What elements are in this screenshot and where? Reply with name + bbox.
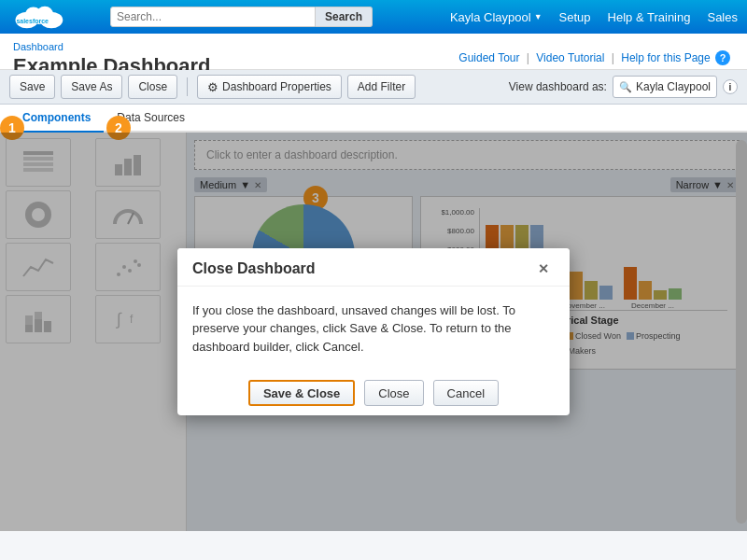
user-menu[interactable]: Kayla Claypool ▼	[450, 10, 543, 24]
help-icon[interactable]: ?	[715, 50, 730, 65]
view-as-value: Kayla Claypool	[636, 80, 711, 93]
save-button[interactable]: Save	[9, 75, 55, 99]
add-filter-button[interactable]: Add Filter	[347, 75, 416, 99]
view-as-section: View dashboard as: 🔍 Kayla Claypool i	[509, 76, 738, 98]
dashboard-properties-button[interactable]: ⚙ Dashboard Properties	[197, 75, 342, 99]
close-dashboard-modal: Close Dashboard ✕ If you close the dashb…	[177, 248, 570, 416]
chevron-down-icon: ▼	[534, 12, 543, 21]
save-as-button[interactable]: Save As	[61, 75, 122, 99]
svg-text:salesforce: salesforce	[16, 18, 49, 24]
modal-header: Close Dashboard ✕	[177, 248, 570, 287]
top-navigation: salesforce Search Kayla Claypool ▼ Setup…	[0, 0, 747, 34]
search-input[interactable]	[110, 7, 316, 27]
cancel-button[interactable]: Cancel	[433, 380, 499, 406]
main-content: ∫f Click to enter a dashboard descriptio…	[0, 133, 747, 531]
nav-links: Kayla Claypool ▼ Setup Help & Training S…	[450, 10, 738, 24]
view-as-label: View dashboard as:	[509, 80, 607, 93]
gear-icon: ⚙	[207, 80, 218, 94]
page-header: Dashboard Example Dashboard Guided Tour …	[0, 34, 747, 70]
save-and-close-button[interactable]: Save & Close	[248, 380, 355, 406]
toolbar-separator	[187, 77, 188, 96]
modal-footer: Save & Close Close Cancel	[177, 371, 570, 415]
modal-close-x-button[interactable]: ✕	[532, 259, 555, 278]
help-for-page-link[interactable]: Help for this Page	[621, 51, 710, 64]
modal-close-button[interactable]: Close	[364, 380, 423, 406]
search-button[interactable]: Search	[316, 7, 373, 27]
user-name: Kayla Claypool	[450, 10, 531, 24]
sales-link[interactable]: Sales	[707, 10, 738, 24]
search-icon: 🔍	[619, 81, 632, 93]
info-icon[interactable]: i	[723, 79, 738, 94]
modal-overlay: Close Dashboard ✕ If you close the dashb…	[0, 133, 747, 531]
setup-link[interactable]: Setup	[559, 10, 591, 24]
search-bar: Search	[110, 7, 409, 27]
salesforce-logo: salesforce	[9, 4, 93, 30]
view-as-input[interactable]: 🔍 Kayla Claypool	[613, 76, 717, 98]
guided-tour-link[interactable]: Guided Tour	[458, 51, 519, 64]
video-tutorial-link[interactable]: Video Tutorial	[536, 51, 604, 64]
modal-title: Close Dashboard	[192, 260, 316, 277]
toolbar: Save Save As Close ⚙ Dashboard Propertie…	[0, 70, 747, 105]
close-button[interactable]: Close	[128, 75, 177, 99]
help-training-link[interactable]: Help & Training	[608, 10, 691, 24]
dashboard-properties-label: Dashboard Properties	[222, 80, 331, 93]
modal-body: If you close the dashboard, unsaved chan…	[177, 287, 570, 371]
